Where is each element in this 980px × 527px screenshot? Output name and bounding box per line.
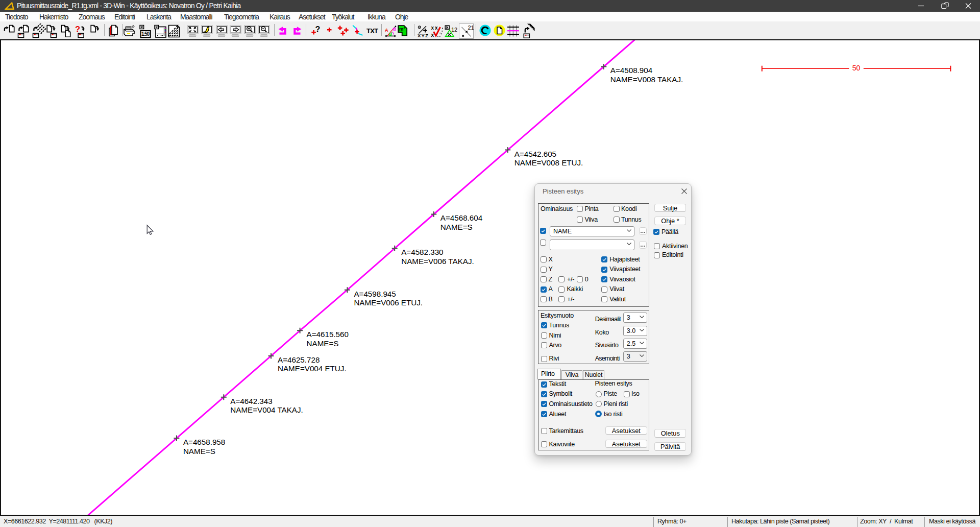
svg-text:21: 21 <box>468 25 474 31</box>
svg-text:m²: m² <box>399 26 405 31</box>
svg-text:XYZ: XYZ <box>418 32 428 37</box>
svg-text:50: 50 <box>852 64 861 72</box>
svg-text:TXT: TXT <box>366 27 378 35</box>
svg-text:1:50: 1:50 <box>141 31 150 37</box>
svg-text:12: 12 <box>451 26 457 32</box>
svg-text:B: B <box>389 31 392 36</box>
svg-text:?: ? <box>315 25 321 34</box>
svg-text:?: ? <box>75 25 80 34</box>
svg-text:x: x <box>431 25 434 31</box>
svg-text:A: A <box>385 27 388 32</box>
svg-text:α: α <box>393 26 397 31</box>
svg-text:x: x <box>435 25 438 31</box>
